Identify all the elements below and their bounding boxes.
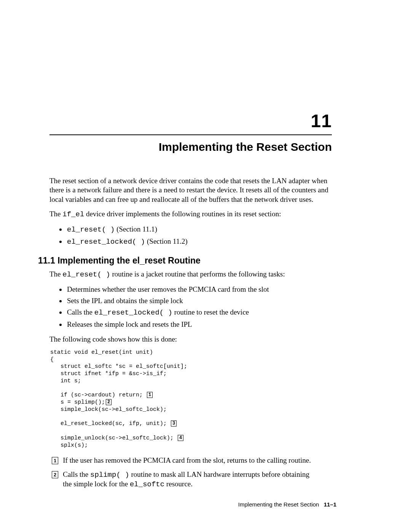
list-item: Releases the simple lock and resets the …	[66, 320, 332, 329]
list-item: el_reset_locked( ) (Section 11.2)	[66, 236, 332, 247]
text: routine is a jacket routine that perform…	[110, 270, 285, 278]
callout-number-box: 2	[52, 471, 58, 478]
page: 11 Implementing the Reset Section The re…	[0, 0, 411, 532]
code-callout-ref-3: 3	[171, 420, 177, 427]
text: Calls the	[67, 308, 94, 316]
text: Sets the IPL and obtains the simple lock	[67, 297, 183, 305]
text: routine to reset the device	[172, 308, 249, 316]
intro-paragraph-1: The reset section of a network device dr…	[49, 176, 332, 204]
code-callout-ref-2: 2	[106, 399, 112, 405]
code-callout-ref-4: 4	[178, 435, 183, 441]
code-line: struct el_softc *sc = el_softc[unit];	[50, 363, 187, 370]
chapter-number: 11	[49, 110, 332, 131]
code-line: {	[50, 356, 54, 363]
text: (Section 11.2)	[145, 237, 188, 245]
chapter-rule	[49, 134, 332, 135]
callout-text: If the user has removed the PCMCIA card …	[63, 456, 332, 465]
callout-number-box: 1	[52, 457, 58, 464]
text: Calls the	[63, 470, 90, 478]
section-paragraph-1: The el_reset( ) routine is a jacket rout…	[49, 270, 332, 279]
footer-page-number: 11–1	[324, 501, 336, 508]
code-line: el_reset_locked(sc, ifp, unit);	[50, 420, 170, 427]
routine-bullet-list: el_reset( ) (Section 11.1) el_reset_lock…	[49, 224, 332, 247]
callout-text: Calls the splimp( ) routine to mask all …	[63, 470, 332, 489]
code-inline: el_reset( )	[67, 225, 115, 234]
code-inline: el_reset( )	[62, 270, 110, 279]
list-item: el_reset( ) (Section 11.1)	[66, 224, 332, 235]
code-line: struct ifnet *ifp = &sc->is_if;	[50, 371, 167, 377]
text: Releases the simple lock and resets the …	[67, 320, 192, 328]
task-bullet-list: Determines whether the user removes the …	[49, 284, 332, 329]
text: The	[49, 270, 62, 278]
code-inline: if_el	[62, 210, 84, 219]
callout-item: 1 If the user has removed the PCMCIA car…	[52, 456, 332, 465]
content-column: 11 Implementing the Reset Section The re…	[49, 0, 332, 494]
code-line: simple_lock(sc->el_softc_lock);	[50, 406, 167, 413]
callout-list: 1 If the user has removed the PCMCIA car…	[49, 456, 332, 489]
section-paragraph-2: The following code shows how this is don…	[49, 335, 332, 344]
chapter-title: Implementing the Reset Section	[49, 141, 332, 153]
code-inline: el_reset_locked( )	[94, 308, 172, 317]
list-item: Determines whether the user removes the …	[66, 284, 332, 294]
list-item: Sets the IPL and obtains the simple lock	[66, 296, 332, 306]
page-footer: Implementing the Reset Section 11–1	[238, 501, 336, 508]
code-inline: splimp( )	[90, 471, 129, 479]
text: (Section 11.1)	[115, 225, 157, 233]
section-heading: 11.1 Implementing the el_reset Routine	[38, 256, 332, 266]
code-line: int s;	[50, 378, 81, 384]
code-line: if (sc->cardout) return;	[50, 392, 146, 398]
footer-title: Implementing the Reset Section	[238, 501, 319, 508]
text: device driver implements the following r…	[84, 210, 281, 218]
list-item: Calls the el_reset_locked( ) routine to …	[66, 307, 332, 318]
code-callout-ref-1: 1	[147, 392, 153, 398]
code-inline: el_reset_locked( )	[67, 238, 145, 246]
intro-paragraph-2: The if_el device driver implements the f…	[49, 209, 332, 219]
callout-item: 2 Calls the splimp( ) routine to mask al…	[52, 470, 332, 489]
code-line: static void el_reset(int unit)	[50, 349, 153, 356]
code-inline: el_softc	[130, 480, 164, 489]
code-line: s = splimp();	[50, 399, 105, 406]
text: The	[49, 210, 62, 218]
code-line: splx(s);	[50, 442, 88, 449]
text: Determines whether the user removes the …	[67, 285, 269, 293]
text: resource.	[164, 480, 193, 488]
code-line: simple_unlock(sc->el_softc_lock);	[50, 435, 177, 441]
code-listing: static void el_reset(int unit) { struct …	[50, 349, 332, 449]
